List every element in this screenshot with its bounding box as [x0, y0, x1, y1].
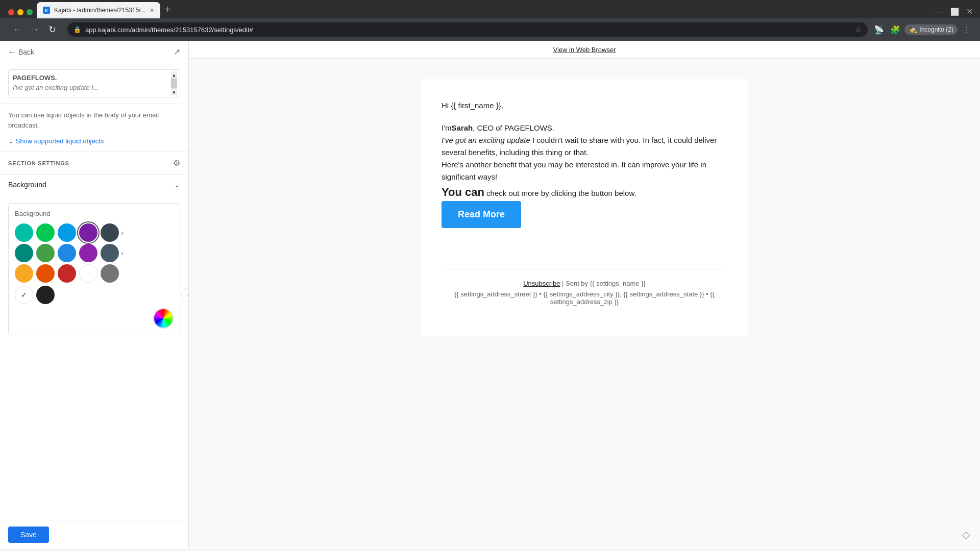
color-row-1: › — [15, 223, 174, 242]
email-intro-paragraph: I'mSarah, CEO of PAGEFLOWS. — [442, 122, 727, 134]
color-gray[interactable] — [101, 264, 119, 283]
back-button[interactable]: ← Back — [8, 47, 34, 57]
color-blue-light[interactable] — [58, 223, 76, 242]
pageflows-label: PAGEFLOWS. — [13, 74, 176, 82]
tab-close-icon[interactable]: ✕ — [150, 7, 154, 14]
chevron-down-icon: ⌄ — [8, 137, 16, 145]
color-grid-row1 — [15, 223, 119, 242]
chrome-restore[interactable]: ⬜ — [947, 8, 962, 16]
email-greeting: Hi {{ first_name }}, — [442, 99, 727, 112]
sidebar-content: PAGEFLOWS. I've got an exciting update I… — [0, 63, 188, 520]
save-button[interactable]: Save — [8, 527, 49, 543]
color-teal-light[interactable] — [15, 223, 33, 242]
color-black[interactable] — [36, 286, 55, 304]
row1-expand-arrow[interactable]: › — [121, 229, 124, 237]
scroll-controls: ▲ ▼ — [170, 70, 178, 97]
color-picker-panel: Background › — [8, 203, 180, 335]
cast-icon[interactable]: 📡 — [872, 22, 886, 37]
intro-text: I'm — [442, 123, 452, 132]
incognito-icon: 🕵 — [909, 26, 917, 34]
chrome-minimize[interactable]: — — [932, 7, 946, 16]
window-minimize[interactable] — [17, 9, 23, 15]
nav-back-button[interactable]: ← — [10, 22, 24, 37]
color-wheel-button[interactable] — [153, 308, 174, 329]
bookmark-star-icon[interactable]: ☆ — [855, 26, 862, 34]
color-green-dark[interactable] — [36, 244, 55, 262]
liquid-note-text: You can use liquid objects in the body o… — [8, 111, 159, 129]
show-liquid-link[interactable]: ⌄ Show supported liquid objects — [8, 137, 104, 145]
email-body-para2: Here's another benefit that you may be i… — [442, 159, 727, 183]
color-dark-blue[interactable] — [101, 223, 119, 242]
view-in-browser-link[interactable]: View in Web Browser — [553, 46, 616, 54]
incognito-count: Incognito (2) — [919, 26, 953, 33]
extensions-icon[interactable]: 🧩 — [888, 22, 902, 37]
color-transparent-check[interactable]: ✓ — [15, 286, 33, 304]
background-accordion-header[interactable]: Background ⌄ — [0, 174, 188, 195]
color-picker-area: Background › — [0, 195, 188, 343]
custom-color-section — [15, 308, 174, 329]
background-label: Background — [8, 181, 46, 189]
you-can-text: You can — [442, 186, 484, 198]
footer-line2: {{ settings_address_street }} • {{ setti… — [452, 290, 717, 306]
color-green-light[interactable] — [36, 223, 55, 242]
back-label: Back — [18, 48, 34, 56]
color-blue-mid[interactable] — [58, 244, 76, 262]
italic-part: I've got an exciting update — [442, 136, 530, 144]
section-settings-header: SECTION SETTINGS ⚙ — [0, 152, 188, 174]
color-yellow[interactable] — [15, 264, 33, 283]
body3-rest: check out more by clicking the button be… — [484, 189, 636, 197]
scroll-down-btn[interactable]: ▼ — [171, 89, 177, 95]
footer-line1: Unsubscribe | Sent by {{ settings_name }… — [452, 280, 717, 287]
nav-forward-button[interactable]: → — [28, 22, 42, 37]
show-liquid-container: ⌄ Show supported liquid objects — [0, 136, 188, 152]
save-btn-container: Save — [0, 520, 188, 549]
browser-chrome: K Kajabi - /admin/themes/215315/... ✕ + … — [0, 0, 980, 41]
scroll-up-btn[interactable]: ▲ — [171, 72, 177, 78]
lock-icon: 🔒 — [74, 26, 81, 33]
email-content: Hi {{ first_name }}, I'mSarah, CEO of PA… — [421, 79, 748, 336]
nav-refresh-button[interactable]: ↻ — [45, 22, 59, 37]
color-row-2: › — [15, 244, 174, 262]
email-body-para1: I've got an exciting update I couldn't w… — [442, 134, 727, 159]
tab-title: Kajabi - /admin/themes/215315/... — [54, 7, 145, 14]
color-orange[interactable] — [36, 264, 55, 283]
color-slate-dark[interactable] — [101, 244, 119, 262]
browser-tab-active[interactable]: K Kajabi - /admin/themes/215315/... ✕ — [37, 2, 160, 18]
liquid-info: You can use liquid objects in the body o… — [0, 104, 188, 136]
color-grid-row2 — [15, 244, 119, 262]
email-body-para3: You can check out more by clicking the b… — [442, 183, 727, 201]
checkmark-icon: ✓ — [21, 291, 27, 299]
email-preview-section: PAGEFLOWS. I've got an exciting update I… — [0, 63, 188, 104]
section-settings-title: SECTION SETTINGS — [8, 160, 69, 166]
color-white[interactable] — [79, 264, 97, 283]
show-liquid-text: Show supported liquid objects — [16, 137, 104, 145]
chrome-menu-icon[interactable]: ⋮ — [960, 22, 974, 37]
footer-sent-text: | Sent by {{ settings_name }} — [562, 280, 646, 287]
read-more-button[interactable]: Read More — [442, 201, 521, 228]
address-bar[interactable]: 🔒 app.kajabi.com/admin/themes/2153157632… — [67, 22, 868, 37]
bold-name: Sarah — [452, 123, 473, 132]
email-footer: Unsubscribe | Sent by {{ settings_name }… — [442, 269, 727, 316]
intro-rest: , CEO of PAGEFLOWS. — [473, 123, 554, 132]
new-tab-button[interactable]: + — [160, 0, 175, 18]
sidebar-header: ← Back ↗ — [0, 41, 188, 63]
color-red[interactable] — [58, 264, 76, 283]
color-teal-dark[interactable] — [15, 244, 33, 262]
unsubscribe-link[interactable]: Unsubscribe — [523, 280, 560, 287]
diamond-icon: ◇ — [962, 529, 970, 541]
window-close[interactable] — [8, 9, 14, 15]
window-maximize[interactable] — [27, 9, 33, 15]
email-subject-preview: I've got an exciting update I... — [13, 84, 176, 91]
url-text: app.kajabi.com/admin/themes/2153157632/s… — [85, 26, 253, 34]
color-purple-selected[interactable] — [79, 223, 97, 242]
sidebar: ← Back ↗ PAGEFLOWS. I've got an exciting… — [0, 41, 189, 549]
color-purple-dark[interactable] — [79, 244, 97, 262]
expand-icon[interactable]: ↗ — [174, 47, 180, 57]
row2-expand-arrow[interactable]: › — [121, 249, 124, 257]
chrome-close[interactable]: ✕ — [963, 7, 976, 16]
read-more-container: Read More — [442, 201, 727, 248]
chevron-down-icon: ⌄ — [174, 181, 180, 189]
background-section: Background ⌄ Background — [0, 174, 188, 343]
color-grid-row3 — [15, 264, 174, 283]
gear-icon[interactable]: ⚙ — [173, 158, 180, 168]
